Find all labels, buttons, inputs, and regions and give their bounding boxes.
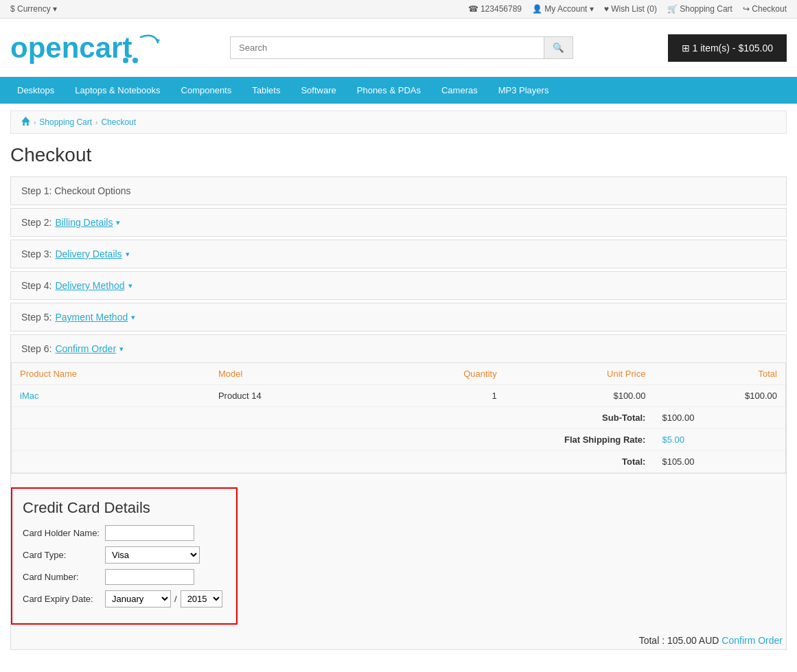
- nav-tablets[interactable]: Tablets: [242, 77, 290, 104]
- product-link[interactable]: iMac: [20, 391, 38, 401]
- breadcrumb-sep-2: ›: [95, 119, 97, 126]
- shipping-value: $5.00: [654, 429, 785, 451]
- step-3-panel: Step 3: Delivery Details ▾: [10, 240, 787, 268]
- user-icon: 👤: [532, 4, 542, 14]
- step-2-header[interactable]: Step 2: Billing Details ▾: [11, 209, 786, 236]
- step-1-label: Step 1: Checkout Options: [21, 185, 131, 196]
- step-3-header[interactable]: Step 3: Delivery Details ▾: [11, 240, 786, 268]
- col-unit-price: Unit Price: [505, 363, 654, 385]
- step-5-panel: Step 5: Payment Method ▾: [10, 303, 787, 332]
- forward-icon: ↪: [743, 4, 750, 14]
- nav-desktops[interactable]: Desktops: [7, 77, 65, 104]
- card-expiry-row: Card Expiry Date: January February March…: [23, 590, 226, 607]
- home-icon: [21, 117, 30, 126]
- step-4-link[interactable]: Delivery Method: [55, 280, 124, 291]
- product-name-cell: iMac: [12, 385, 210, 407]
- cart-icon: 🛒: [667, 4, 678, 14]
- checkout-link[interactable]: ↪ Checkout: [743, 4, 787, 14]
- card-number-input[interactable]: [105, 569, 194, 585]
- cart-button-icon: ⊞: [682, 43, 690, 54]
- step-6-header[interactable]: Step 6: Confirm Order ▾: [11, 335, 786, 362]
- nav-components[interactable]: Components: [171, 77, 242, 104]
- col-total: Total: [654, 363, 785, 385]
- step-6-link[interactable]: Confirm Order: [55, 343, 116, 354]
- step-4-arrow: ▾: [128, 281, 132, 290]
- shipping-label: Flat Shipping Rate:: [12, 429, 654, 451]
- card-type-select[interactable]: Visa Mastercard American Express: [105, 546, 200, 564]
- footer-total-label: Total : 105.00 AUD: [639, 635, 719, 646]
- step-2-link[interactable]: Billing Details: [55, 217, 113, 228]
- main-nav: Desktops Laptops & Notebooks Components …: [0, 77, 797, 104]
- step-6-arrow: ▾: [119, 345, 124, 354]
- step-4-header[interactable]: Step 4: Delivery Method ▾: [11, 272, 786, 299]
- my-account-link[interactable]: 👤 My Account ▾: [532, 4, 594, 14]
- wish-list-link[interactable]: ♥ Wish List (0): [604, 4, 657, 14]
- logo-svg: opencart: [10, 29, 161, 67]
- order-table-section: Product Name Model Quantity Unit Price T…: [11, 362, 786, 474]
- step-2-text: Step 2:: [21, 217, 51, 228]
- col-model: Model: [210, 363, 371, 385]
- col-quantity: Quantity: [371, 363, 505, 385]
- top-bar-right: ☎ 123456789 👤 My Account ▾ ♥ Wish List (…: [468, 4, 787, 14]
- breadcrumb-home[interactable]: [21, 117, 30, 128]
- search-bar: 🔍: [230, 36, 573, 59]
- page-title: Checkout: [10, 144, 787, 166]
- card-holder-input[interactable]: [105, 525, 194, 541]
- shopping-cart-link[interactable]: 🛒 Shopping Cart: [667, 4, 732, 14]
- svg-point-1: [123, 58, 128, 63]
- svg-text:opencart: opencart: [10, 32, 132, 64]
- col-product-name: Product Name: [12, 363, 210, 385]
- expiry-month-select[interactable]: January February March April May June Ju…: [105, 590, 171, 607]
- step-1-panel: Step 1: Checkout Options: [10, 176, 787, 205]
- step-5-link[interactable]: Payment Method: [55, 312, 128, 323]
- step-6-text: Step 6:: [21, 343, 51, 354]
- step-3-link[interactable]: Delivery Details: [55, 248, 122, 259]
- step-5-header[interactable]: Step 5: Payment Method ▾: [11, 303, 786, 331]
- card-number-row: Card Number:: [23, 569, 226, 585]
- step-4-panel: Step 4: Delivery Method ▾: [10, 271, 787, 300]
- subtotal-value: $100.00: [654, 407, 785, 429]
- breadcrumb: › Shopping Cart › Checkout: [10, 111, 787, 134]
- step-6-panel: Step 6: Confirm Order ▾ Product Name Mod…: [10, 334, 787, 650]
- step-4-text: Step 4:: [21, 280, 51, 291]
- card-expiry-label: Card Expiry Date:: [23, 594, 105, 604]
- order-table: Product Name Model Quantity Unit Price T…: [12, 363, 785, 473]
- confirm-order-link[interactable]: Confirm Order: [721, 635, 783, 646]
- currency-selector[interactable]: $ Currency ▾: [10, 4, 57, 14]
- order-row-1: iMac Product 14 1 $100.00 $100.00: [12, 385, 785, 407]
- shipping-row: Flat Shipping Rate: $5.00: [12, 429, 785, 451]
- phone-icon: ☎: [468, 4, 478, 14]
- logo[interactable]: opencart: [10, 29, 161, 67]
- svg-point-2: [132, 58, 138, 63]
- header: opencart 🔍 ⊞ 1 item(s) - $105.00: [0, 19, 797, 77]
- nav-software[interactable]: Software: [290, 77, 346, 104]
- card-type-row: Card Type: Visa Mastercard American Expr…: [23, 546, 226, 564]
- main-content: Checkout Step 1: Checkout Options Step 2…: [0, 134, 797, 663]
- card-holder-row: Card Holder Name:: [23, 525, 226, 541]
- breadcrumb-checkout[interactable]: Checkout: [101, 117, 136, 127]
- step-5-text: Step 5:: [21, 312, 51, 323]
- search-input[interactable]: [230, 36, 544, 59]
- step-1-header[interactable]: Step 1: Checkout Options: [11, 177, 786, 205]
- breadcrumb-shopping-cart[interactable]: Shopping Cart: [39, 117, 92, 127]
- currency-label[interactable]: $ Currency ▾: [10, 4, 57, 14]
- nav-phones[interactable]: Phones & PDAs: [347, 77, 431, 104]
- cart-button[interactable]: ⊞ 1 item(s) - $105.00: [668, 34, 787, 62]
- cart-button-label: 1 item(s) - $105.00: [693, 43, 774, 54]
- quantity-cell: 1: [371, 385, 505, 407]
- model-cell: Product 14: [210, 385, 371, 407]
- subtotal-row: Sub-Total: $100.00: [12, 407, 785, 429]
- card-type-label: Card Type:: [23, 550, 105, 560]
- card-holder-label: Card Holder Name:: [23, 528, 105, 538]
- unit-price-cell: $100.00: [505, 385, 654, 407]
- step-2-arrow: ▾: [116, 218, 120, 227]
- nav-cameras[interactable]: Cameras: [431, 77, 488, 104]
- search-button[interactable]: 🔍: [544, 36, 573, 59]
- nav-mp3[interactable]: MP3 Players: [488, 77, 559, 104]
- expiry-separator: /: [174, 594, 177, 604]
- nav-laptops[interactable]: Laptops & Notebooks: [65, 77, 170, 104]
- expiry-year-select[interactable]: 2015 2016 2017 2018 2019 2020: [181, 590, 222, 607]
- heart-icon: ♥: [604, 4, 609, 14]
- phone-number: ☎ 123456789: [468, 4, 522, 14]
- total-value: $105.00: [654, 451, 785, 473]
